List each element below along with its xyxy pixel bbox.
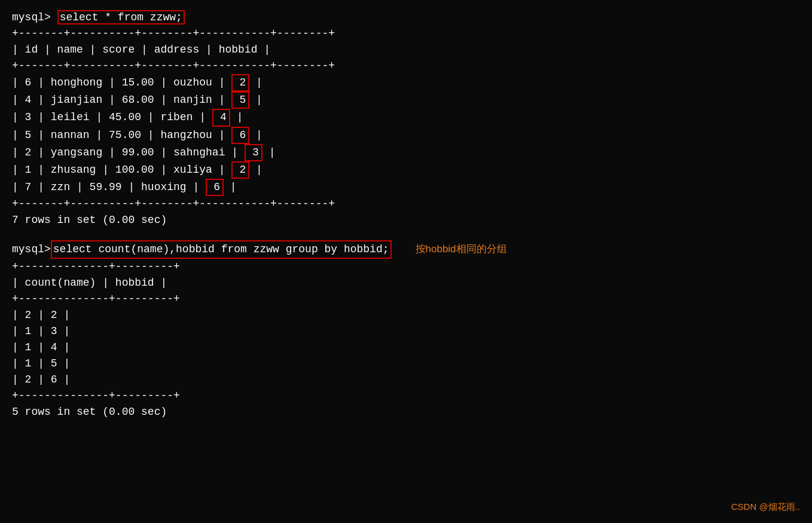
query-line-1: mysql> select * from zzww; bbox=[12, 10, 800, 26]
table-row: | 6 | honghong | 15.00 | ouzhou | 2 | bbox=[12, 74, 800, 91]
table-row: | 7 | zzn | 59.99 | huoxing | 6 | bbox=[12, 179, 800, 196]
table-row: | 2 | yangsang | 99.00 | sahnghai | 3 | bbox=[12, 144, 800, 161]
brand-watermark: CSDN @烟花雨.. bbox=[731, 500, 800, 514]
hobbid-cell: 4 bbox=[212, 109, 230, 126]
table-sep-3: +-------+----------+--------+-----------… bbox=[12, 196, 800, 212]
table-header-1: | id | name | score | address | hobbid | bbox=[12, 42, 800, 58]
table-sep-1: +-------+----------+--------+-----------… bbox=[12, 26, 800, 42]
hobbid-cell: 5 bbox=[231, 91, 249, 109]
rowcount-2: 5 rows in set (0.00 sec) bbox=[12, 404, 800, 420]
hobbid-cell: 6 bbox=[231, 127, 249, 144]
table-row: | 1 | 5 | bbox=[12, 356, 800, 372]
table-sep-b2: +--------------+---------+ bbox=[12, 291, 800, 307]
rowcount-1: 7 rows in set (0.00 sec) bbox=[12, 212, 800, 228]
prompt-2: mysql> bbox=[12, 241, 51, 258]
terminal-window: mysql> select * from zzww; +-------+----… bbox=[12, 10, 800, 420]
hobbid-cell: 6 bbox=[206, 179, 224, 196]
table-row: | 1 | 3 | bbox=[12, 323, 800, 340]
table-sep-b3: +--------------+---------+ bbox=[12, 388, 800, 404]
table-row: | 2 | 6 | bbox=[12, 372, 800, 388]
table-sep-b1: +--------------+---------+ bbox=[12, 259, 800, 275]
table-row: | 2 | 2 | bbox=[12, 307, 800, 323]
block2: mysql> select count(name),hobbid from zz… bbox=[12, 240, 800, 420]
prompt-1: mysql> bbox=[12, 11, 57, 23]
table-row: | 1 | zhusang | 100.00 | xuliya | 2 | bbox=[12, 161, 800, 179]
table-row: | 5 | nannan | 75.00 | hangzhou | 6 | bbox=[12, 127, 800, 144]
hobbid-cell: 2 bbox=[231, 161, 249, 179]
table-row: | 1 | 4 | bbox=[12, 340, 800, 356]
query-box-2: select count(name),hobbid from zzww grou… bbox=[51, 240, 392, 259]
table-row: | 4 | jianjian | 68.00 | nanjin | 5 | bbox=[12, 91, 800, 109]
table-row: | 3 | leilei | 45.00 | riben | 4 | bbox=[12, 109, 800, 126]
block1: mysql> select * from zzww; +-------+----… bbox=[12, 10, 800, 228]
hobbid-cell: 2 bbox=[231, 74, 249, 91]
table-header-2: | count(name) | hobbid | bbox=[12, 275, 800, 291]
hobbid-cell: 3 bbox=[245, 144, 262, 161]
query-line-2: mysql> select count(name),hobbid from zz… bbox=[12, 240, 800, 259]
query-box-1: select * from zzww; bbox=[57, 10, 185, 25]
table-sep-2: +-------+----------+--------+-----------… bbox=[12, 58, 800, 74]
annotation-text: 按hobbid相同的分组 bbox=[416, 241, 507, 257]
